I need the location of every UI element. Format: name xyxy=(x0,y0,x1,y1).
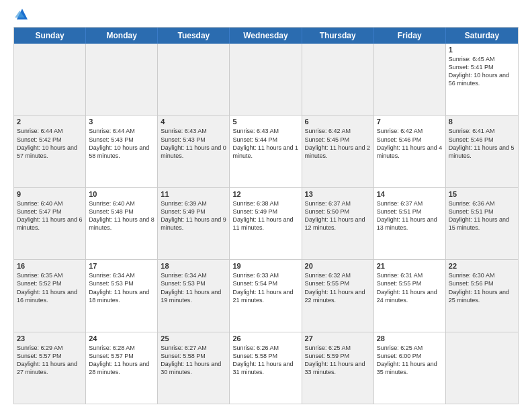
day-number: 7 xyxy=(377,118,443,126)
day-info: Sunrise: 6:34 AM Sunset: 5:53 PM Dayligh… xyxy=(161,271,226,304)
calendar-cell: 21Sunrise: 6:31 AM Sunset: 5:55 PM Dayli… xyxy=(374,260,446,331)
day-info: Sunrise: 6:25 AM Sunset: 5:59 PM Dayligh… xyxy=(305,344,371,377)
logo xyxy=(13,13,30,21)
day-number: 2 xyxy=(17,118,83,126)
calendar-cell xyxy=(158,44,230,115)
calendar-cell: 18Sunrise: 6:34 AM Sunset: 5:53 PM Dayli… xyxy=(158,260,230,331)
calendar-cell: 8Sunrise: 6:41 AM Sunset: 5:46 PM Daylig… xyxy=(446,116,518,187)
logo-icon xyxy=(15,7,30,21)
day-number: 19 xyxy=(232,262,298,270)
day-number: 16 xyxy=(17,262,83,270)
calendar-row: 1Sunrise: 6:45 AM Sunset: 5:41 PM Daylig… xyxy=(14,44,518,115)
day-info: Sunrise: 6:39 AM Sunset: 5:49 PM Dayligh… xyxy=(161,199,226,232)
day-number: 10 xyxy=(89,190,154,198)
day-info: Sunrise: 6:41 AM Sunset: 5:46 PM Dayligh… xyxy=(449,127,515,160)
day-number: 26 xyxy=(232,334,298,342)
day-info: Sunrise: 6:40 AM Sunset: 5:47 PM Dayligh… xyxy=(17,199,83,232)
day-info: Sunrise: 6:32 AM Sunset: 5:55 PM Dayligh… xyxy=(305,271,371,304)
day-number: 13 xyxy=(305,190,371,198)
day-number: 20 xyxy=(305,262,371,270)
calendar-cell: 28Sunrise: 6:25 AM Sunset: 6:00 PM Dayli… xyxy=(374,332,446,404)
day-info: Sunrise: 6:28 AM Sunset: 5:57 PM Dayligh… xyxy=(89,344,154,377)
calendar-cell: 1Sunrise: 6:45 AM Sunset: 5:41 PM Daylig… xyxy=(446,44,518,115)
calendar-cell: 24Sunrise: 6:28 AM Sunset: 5:57 PM Dayli… xyxy=(86,332,158,404)
day-info: Sunrise: 6:36 AM Sunset: 5:51 PM Dayligh… xyxy=(449,199,515,232)
calendar: SundayMondayTuesdayWednesdayThursdayFrid… xyxy=(13,27,519,404)
day-info: Sunrise: 6:35 AM Sunset: 5:52 PM Dayligh… xyxy=(17,271,83,304)
calendar-header-cell: Thursday xyxy=(302,28,374,44)
calendar-row: 23Sunrise: 6:29 AM Sunset: 5:57 PM Dayli… xyxy=(14,332,518,404)
day-info: Sunrise: 6:38 AM Sunset: 5:49 PM Dayligh… xyxy=(232,199,298,232)
calendar-cell: 14Sunrise: 6:37 AM Sunset: 5:51 PM Dayli… xyxy=(374,188,446,259)
calendar-cell: 22Sunrise: 6:30 AM Sunset: 5:56 PM Dayli… xyxy=(446,260,518,331)
day-info: Sunrise: 6:42 AM Sunset: 5:46 PM Dayligh… xyxy=(377,127,443,160)
calendar-body: 1Sunrise: 6:45 AM Sunset: 5:41 PM Daylig… xyxy=(14,44,518,404)
day-info: Sunrise: 6:43 AM Sunset: 5:43 PM Dayligh… xyxy=(161,127,226,160)
day-info: Sunrise: 6:25 AM Sunset: 6:00 PM Dayligh… xyxy=(377,344,443,377)
calendar-header-cell: Saturday xyxy=(446,28,518,44)
calendar-cell: 19Sunrise: 6:33 AM Sunset: 5:54 PM Dayli… xyxy=(230,260,302,331)
calendar-header-cell: Tuesday xyxy=(158,28,230,44)
calendar-cell: 3Sunrise: 6:44 AM Sunset: 5:43 PM Daylig… xyxy=(86,116,158,187)
day-info: Sunrise: 6:31 AM Sunset: 5:55 PM Dayligh… xyxy=(377,271,443,304)
calendar-cell: 13Sunrise: 6:37 AM Sunset: 5:50 PM Dayli… xyxy=(302,188,374,259)
day-number: 14 xyxy=(377,190,443,198)
calendar-cell: 11Sunrise: 6:39 AM Sunset: 5:49 PM Dayli… xyxy=(158,188,230,259)
calendar-cell: 12Sunrise: 6:38 AM Sunset: 5:49 PM Dayli… xyxy=(230,188,302,259)
day-number: 5 xyxy=(232,118,298,126)
day-number: 23 xyxy=(17,334,83,342)
day-info: Sunrise: 6:26 AM Sunset: 5:58 PM Dayligh… xyxy=(232,344,298,377)
header xyxy=(13,11,519,21)
calendar-header-cell: Sunday xyxy=(14,28,86,44)
day-info: Sunrise: 6:33 AM Sunset: 5:54 PM Dayligh… xyxy=(232,271,298,304)
calendar-cell: 20Sunrise: 6:32 AM Sunset: 5:55 PM Dayli… xyxy=(302,260,374,331)
calendar-header-row: SundayMondayTuesdayWednesdayThursdayFrid… xyxy=(14,28,518,44)
day-info: Sunrise: 6:29 AM Sunset: 5:57 PM Dayligh… xyxy=(17,344,83,377)
day-info: Sunrise: 6:44 AM Sunset: 5:43 PM Dayligh… xyxy=(89,127,154,160)
calendar-cell: 2Sunrise: 6:44 AM Sunset: 5:42 PM Daylig… xyxy=(14,116,86,187)
calendar-row: 16Sunrise: 6:35 AM Sunset: 5:52 PM Dayli… xyxy=(14,259,518,331)
day-number: 27 xyxy=(305,334,371,342)
day-info: Sunrise: 6:44 AM Sunset: 5:42 PM Dayligh… xyxy=(17,127,83,160)
day-info: Sunrise: 6:40 AM Sunset: 5:48 PM Dayligh… xyxy=(89,199,154,232)
calendar-cell xyxy=(86,44,158,115)
day-number: 1 xyxy=(449,46,515,54)
calendar-cell xyxy=(230,44,302,115)
calendar-cell: 10Sunrise: 6:40 AM Sunset: 5:48 PM Dayli… xyxy=(86,188,158,259)
calendar-cell: 15Sunrise: 6:36 AM Sunset: 5:51 PM Dayli… xyxy=(446,188,518,259)
day-number: 22 xyxy=(449,262,515,270)
day-number: 8 xyxy=(449,118,515,126)
day-info: Sunrise: 6:37 AM Sunset: 5:50 PM Dayligh… xyxy=(305,199,371,232)
calendar-header-cell: Friday xyxy=(374,28,446,44)
calendar-cell xyxy=(14,44,86,115)
day-number: 25 xyxy=(161,334,226,342)
calendar-cell: 17Sunrise: 6:34 AM Sunset: 5:53 PM Dayli… xyxy=(86,260,158,331)
day-number: 17 xyxy=(89,262,154,270)
calendar-cell: 9Sunrise: 6:40 AM Sunset: 5:47 PM Daylig… xyxy=(14,188,86,259)
calendar-row: 9Sunrise: 6:40 AM Sunset: 5:47 PM Daylig… xyxy=(14,187,518,259)
day-number: 24 xyxy=(89,334,154,342)
day-number: 21 xyxy=(377,262,443,270)
day-number: 18 xyxy=(161,262,226,270)
day-number: 6 xyxy=(305,118,371,126)
calendar-cell: 7Sunrise: 6:42 AM Sunset: 5:46 PM Daylig… xyxy=(374,116,446,187)
calendar-cell xyxy=(374,44,446,115)
calendar-cell xyxy=(446,332,518,404)
calendar-cell: 6Sunrise: 6:42 AM Sunset: 5:45 PM Daylig… xyxy=(302,116,374,187)
day-number: 9 xyxy=(17,190,83,198)
day-info: Sunrise: 6:27 AM Sunset: 5:58 PM Dayligh… xyxy=(161,344,226,377)
calendar-cell: 16Sunrise: 6:35 AM Sunset: 5:52 PM Dayli… xyxy=(14,260,86,331)
page: SundayMondayTuesdayWednesdayThursdayFrid… xyxy=(0,0,532,411)
day-number: 15 xyxy=(449,190,515,198)
calendar-cell: 26Sunrise: 6:26 AM Sunset: 5:58 PM Dayli… xyxy=(230,332,302,404)
calendar-row: 2Sunrise: 6:44 AM Sunset: 5:42 PM Daylig… xyxy=(14,115,518,187)
calendar-cell xyxy=(302,44,374,115)
day-number: 12 xyxy=(232,190,298,198)
calendar-header-cell: Monday xyxy=(86,28,158,44)
day-info: Sunrise: 6:30 AM Sunset: 5:56 PM Dayligh… xyxy=(449,271,515,304)
day-info: Sunrise: 6:42 AM Sunset: 5:45 PM Dayligh… xyxy=(305,127,371,160)
day-number: 3 xyxy=(89,118,154,126)
day-number: 11 xyxy=(161,190,226,198)
day-info: Sunrise: 6:34 AM Sunset: 5:53 PM Dayligh… xyxy=(89,271,154,304)
day-number: 28 xyxy=(377,334,443,342)
